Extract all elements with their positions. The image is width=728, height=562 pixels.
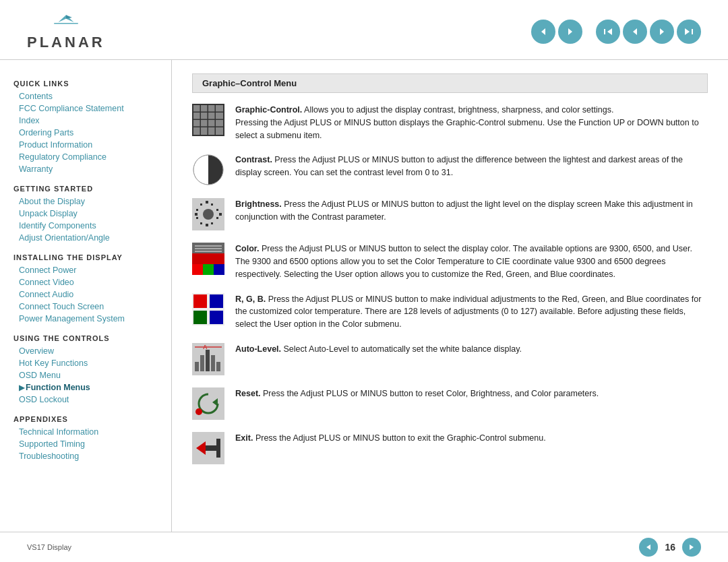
contrast-text: Contrast. Press the Adjust PLUS or MINUS… [235,154,708,179]
sidebar-link-index[interactable]: Index [13,115,158,127]
contrast-icon [192,154,224,186]
svg-rect-56 [195,248,222,249]
svg-rect-22 [208,120,215,127]
svg-rect-9 [692,29,693,34]
svg-rect-39 [200,204,202,206]
footer-next-button[interactable] [682,538,701,557]
svg-rect-43 [219,213,222,216]
svg-rect-67 [211,355,215,371]
sidebar-link-identify[interactable]: Identify Components [13,220,158,232]
sidebar-link-about-display[interactable]: About the Display [13,195,158,208]
menu-item-reset: Reset. Press the Adjust PLUS or MINUS bu… [192,387,708,420]
svg-rect-20 [193,120,200,127]
brightness-icon [192,198,224,230]
appendixes-header: APPENDIXES [13,415,158,423]
sidebar-link-product-info[interactable]: Product Information [13,139,158,151]
svg-rect-77 [216,439,220,458]
section-title: Graphic–Control Menu [192,73,708,93]
svg-rect-45 [206,224,208,226]
nav-next-button[interactable] [558,20,582,44]
sidebar-link-osd-menu[interactable]: OSD Menu [13,369,158,381]
reset-icon [192,387,224,420]
content-area: Graphic–Control Menu [172,60,728,532]
getting-started-header: GETTING STARTED [13,185,158,193]
first-last-group [596,20,701,44]
svg-rect-71 [192,387,224,420]
nav-prev-button[interactable] [531,20,555,44]
sidebar-link-hot-key[interactable]: Hot Key Functions [13,357,158,369]
menu-item-color: Color. Press the Adjust PLUS or MINUS bu… [192,243,708,280]
color-icon [192,243,224,275]
svg-marker-8 [660,28,664,35]
svg-marker-4 [568,28,572,35]
svg-rect-52 [192,264,203,275]
nav-next2-button[interactable] [650,20,674,44]
svg-marker-7 [633,28,637,35]
sidebar-link-osd-lockout[interactable]: OSD Lockout [13,394,158,406]
exit-icon [192,432,224,464]
sidebar-link-connect-audio[interactable]: Connect Audio [13,288,158,301]
svg-rect-27 [216,127,223,135]
sidebar-link-unpack[interactable]: Unpack Display [13,208,158,220]
svg-marker-6 [607,28,612,35]
planar-logo-icon [39,12,93,32]
svg-rect-42 [195,213,198,216]
sidebar-link-regulatory[interactable]: Regulatory Compliance [13,151,158,163]
menu-item-exit: Exit. Press the Adjust PLUS or MINUS but… [192,432,708,464]
sidebar-link-orientation[interactable]: Adjust Orientation/Angle [13,232,158,244]
svg-rect-17 [201,113,208,119]
nav-prev2-button[interactable] [623,20,647,44]
sidebar-link-power-mgmt[interactable]: Power Management System [13,313,158,325]
svg-point-44 [203,209,214,220]
brightness-text: Brightness. Press the Adjust PLUS or MIN… [235,198,708,224]
svg-rect-68 [216,362,220,371]
auto-level-icon: A [192,343,224,375]
color-text: Color. Press the Adjust PLUS or MINUS bu… [235,243,708,280]
menu-item-rgb: R, G, B. Press the Adjust PLUS or MINUS … [192,293,708,331]
sidebar-link-connect-touch[interactable]: Connect Touch Screen [13,301,158,313]
svg-rect-61 [193,311,207,324]
svg-rect-57 [195,251,222,252]
menu-item-auto-level: A Auto-Level. Select Auto-Level to autom… [192,343,708,375]
nav-last-button[interactable] [677,20,701,44]
sidebar-link-ordering[interactable]: Ordering Parts [13,127,158,139]
svg-rect-53 [203,264,214,275]
exit-text: Exit. Press the Adjust PLUS or MINUS but… [235,432,708,445]
svg-rect-37 [206,201,208,204]
sidebar: QUICK LINKS Contents FCC Compliance Stat… [0,60,172,532]
svg-rect-21 [201,120,208,127]
sidebar-link-supported-timing[interactable]: Supported Timing [13,438,158,450]
svg-rect-47 [216,217,218,219]
svg-rect-26 [208,127,215,135]
svg-rect-40 [196,209,198,211]
sidebar-link-connect-power[interactable]: Connect Power [13,264,158,276]
svg-rect-13 [201,105,208,112]
sidebar-link-overview[interactable]: Overview [13,345,158,357]
sidebar-link-function-menus[interactable]: ▶Function Menus [13,381,158,394]
svg-rect-60 [210,294,223,308]
svg-rect-38 [211,204,213,206]
svg-marker-78 [646,544,650,550]
sidebar-link-fcc[interactable]: FCC Compliance Statement [13,102,158,115]
sidebar-link-connect-video[interactable]: Connect Video [13,276,158,288]
logo-area: PLANAR [27,12,105,51]
svg-rect-18 [208,113,215,119]
sidebar-link-contents[interactable]: Contents [13,90,158,102]
svg-rect-15 [216,105,223,112]
sidebar-link-technical[interactable]: Technical Information [13,426,158,438]
svg-rect-64 [195,362,199,371]
svg-rect-19 [216,113,223,119]
svg-marker-10 [685,28,690,35]
svg-rect-41 [216,209,218,211]
nav-buttons [531,20,701,44]
rgb-icon [192,293,224,325]
svg-rect-55 [195,245,222,247]
nav-first-button[interactable] [596,20,620,44]
footer-page-number: 16 [665,542,675,553]
footer-prev-button[interactable] [639,538,658,557]
svg-rect-25 [201,127,208,135]
installing-header: INSTALLING THE DISPLAY [13,253,158,261]
svg-rect-14 [208,105,215,112]
sidebar-link-warranty[interactable]: Warranty [13,163,158,175]
sidebar-link-troubleshooting[interactable]: Troubleshooting [13,450,158,462]
